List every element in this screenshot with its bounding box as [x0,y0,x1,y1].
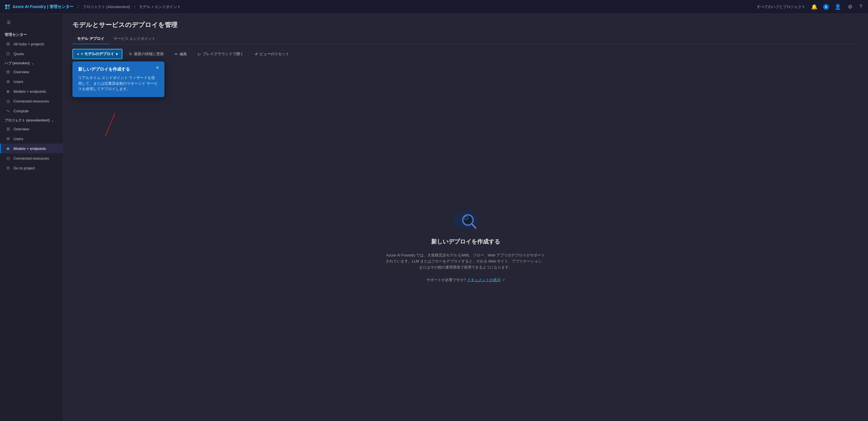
help-icon[interactable]: ? [858,3,863,11]
hub-section-header: ハブ (aisouken) ⌄ [0,59,63,67]
tab-service-endpoint[interactable]: サービス エンドポイント [109,34,160,44]
sidebar-item-hub-overview-label: Overview [13,70,29,74]
refresh-icon: ↻ [129,52,132,56]
sidebar-item-proj-users[interactable]: ⊕ Users [0,134,63,143]
sidebar-item-proj-overview-label: Overview [13,127,29,131]
tooltip-popup: 新しいデプロイを作成する リアルタイム エンドポイント ウィザードを使用して、ま… [72,61,164,97]
doc-link[interactable]: ドキュメントの表示 [467,278,501,282]
project-chevron-icon: ⌄ [52,119,54,122]
sidebar-item-hub-users-label: Users [13,79,23,84]
sidebar-item-proj-models-label: Models + endpoints [13,147,46,151]
account-icon[interactable]: 👤 [834,3,842,11]
tooltip-body: リアルタイム エンドポイント ウィザードを使用して、または従量課金制のマネージド… [78,75,159,92]
reset-view-button[interactable]: ↺ ビューのリセット [250,49,294,59]
reset-icon: ↺ [255,52,258,56]
page-title: モデルとサービスのデプロイを管理 [72,21,859,29]
breadcrumb-project[interactable]: プロジェクト (Aisoukentest) [83,4,130,9]
svg-rect-2 [5,7,7,9]
project-section-header: プロジェクト (aisoukentest) ⌄ [0,116,63,124]
project-section-label: プロジェクト (aisoukentest) [5,118,50,123]
deploy-arrow-icon: ▾ [116,52,118,56]
empty-state: 新しいデプロイを作成する Azure AI Foundry では、大規模言語モデ… [63,64,868,421]
app-logo: Azure AI Foundry | 管理センター [5,4,73,10]
tooltip-close-button[interactable]: × [154,64,161,71]
deploy-model-label: + モデルのデプロイ [81,52,114,57]
empty-state-description: Azure AI Foundry では、大規模言語モデル (LMM)、フロー、W… [385,252,546,270]
refresh-label: 最新の情報に更新 [134,52,164,57]
svg-rect-1 [8,5,10,7]
hub-overview-icon: ⊞ [5,69,11,74]
sidebar-item-proj-goto-label: Go to project [13,166,35,170]
playground-button[interactable]: ▷ プレイグラウンドで開く [194,49,248,59]
all-hubs-icon: ⊞ [5,41,11,46]
hub-compute-icon: ∿ [5,108,11,114]
sidebar-item-proj-goto[interactable]: ⧉ Go to project [0,163,63,173]
empty-state-title: 新しいデプロイを作成する [431,238,500,246]
sidebar-item-hub-users[interactable]: ⊕ Users [0,77,63,87]
tooltip-title: 新しいデプロイを作成する [78,67,159,72]
proj-goto-icon: ⧉ [5,165,11,170]
svg-rect-0 [5,5,7,7]
playground-icon: ▷ [198,52,201,56]
sidebar-item-quota[interactable]: ⊡ Quota [0,49,63,59]
edit-label: 編集 [180,52,187,57]
support-label: サポートが必要ですか? [427,278,466,282]
tabs-bar: モデル デプロイ サービス エンドポイント [72,34,859,44]
support-text: サポートが必要ですか? ドキュメントの表示 ↗ [427,278,505,283]
sidebar-item-proj-connected[interactable]: ◎ Connected resources [0,153,63,163]
empty-state-illustration [448,202,483,231]
sidebar-item-hub-compute-label: Compute [13,109,29,113]
reset-label: ビューのリセット [259,52,289,57]
sidebar-item-hub-models[interactable]: ◈ Models + endpoints [0,87,63,96]
topbar: Azure AI Foundry | 管理センター / プロジェクト (Aiso… [0,0,868,14]
collapse-button[interactable]: ☰ [5,19,13,26]
deploy-plus-icon: + [77,52,79,56]
toolbar: + + モデルのデプロイ ▾ ↻ 最新の情報に更新 ✏ 編集 ▷ プレイグラウン… [63,44,868,64]
sidebar-item-hub-models-label: Models + endpoints [13,89,46,94]
sidebar: ☰ 管理センター ⊞ All hubs + projects ⊡ Quota ハ… [0,14,63,421]
hub-section-label: ハブ (aisouken) [5,61,30,66]
playground-label: プレイグラウンドで開く [203,52,244,57]
breadcrumb-sep-1: / [78,5,79,9]
sidebar-item-hub-overview[interactable]: ⊞ Overview [0,67,63,77]
sidebar-item-proj-models[interactable]: ◈ Models + endpoints [0,143,63,153]
edit-icon: ✏ [175,52,178,56]
hub-models-icon: ◈ [5,89,11,94]
content-header: モデルとサービスのデプロイを管理 モデル デプロイ サービス エンドポイント [63,14,868,44]
edit-button[interactable]: ✏ 編集 [170,49,191,59]
sidebar-item-proj-overview[interactable]: ⊞ Overview [0,124,63,134]
main-layout: ☰ 管理センター ⊞ All hubs + projects ⊡ Quota ハ… [0,14,868,421]
deploy-model-button[interactable]: + + モデルのデプロイ ▾ [72,49,122,59]
quota-icon: ⊡ [5,51,11,56]
proj-overview-icon: ⊞ [5,126,11,132]
sidebar-item-proj-connected-label: Connected resources [13,156,49,161]
notification-badge: 5 [823,4,829,10]
sidebar-item-hub-compute[interactable]: ∿ Compute [0,106,63,116]
external-link-icon: ↗ [502,278,505,282]
hub-users-icon: ⊕ [5,79,11,84]
notification-icon[interactable]: 🔔 [810,3,818,11]
app-title: Azure AI Foundry | 管理センター [13,4,73,9]
sidebar-item-hub-connected-label: Connected resources [13,99,49,103]
sidebar-section-management: 管理センター [0,29,63,39]
refresh-button[interactable]: ↻ 最新の情報に更新 [125,49,168,59]
sidebar-item-quota-label: Quota [13,52,24,56]
hub-connected-icon: ◎ [5,98,11,104]
svg-rect-3 [8,7,10,9]
all-hubs-link[interactable]: すべてのハブとプロジェクト [757,4,805,9]
tab-model-deploy[interactable]: モデル デプロイ [72,34,109,44]
content-area: モデルとサービスのデプロイを管理 モデル デプロイ サービス エンドポイント +… [63,14,868,421]
sidebar-item-hub-connected[interactable]: ◎ Connected resources [0,96,63,106]
breadcrumb-sep-2: / [134,5,135,9]
sidebar-item-all-hubs[interactable]: ⊞ All hubs + projects [0,39,63,49]
proj-users-icon: ⊕ [5,136,11,141]
sidebar-item-proj-users-label: Users [13,137,23,141]
sidebar-item-all-hubs-label: All hubs + projects [13,42,44,46]
proj-models-icon: ◈ [5,146,11,151]
settings-icon[interactable]: ⚙ [847,3,854,11]
hub-chevron-icon: ⌄ [31,62,34,65]
breadcrumb-current: モデル + エンドポイント [139,4,181,9]
topbar-right: すべてのハブとプロジェクト 🔔 5 👤 ⚙ ? [757,3,863,11]
proj-connected-icon: ◎ [5,156,11,161]
